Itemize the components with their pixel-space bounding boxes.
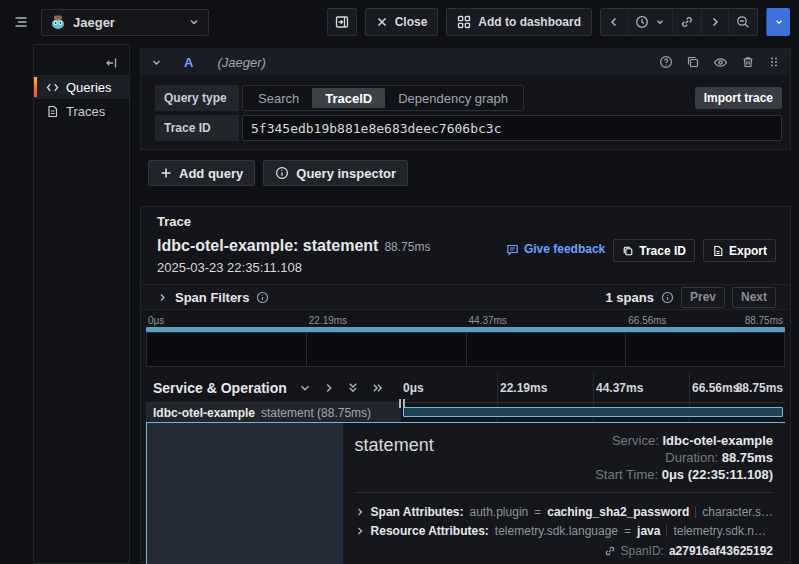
give-feedback-link[interactable]: Give feedback: [506, 239, 605, 259]
resource-attributes-row[interactable]: Resource Attributes: telemetry.sdk.langu…: [355, 524, 773, 538]
chevron-right-icon: [355, 507, 365, 517]
copy-link-button[interactable]: [672, 9, 701, 35]
jaeger-logo-icon: [50, 14, 66, 30]
start-time-label: Start Time:: [595, 467, 658, 482]
minimap-tick: 44.37ms: [469, 315, 507, 326]
info-circle-icon: [661, 291, 674, 304]
column-resize-handle[interactable]: [399, 399, 405, 408]
trace-title-text: ldbc-otel-example: statement: [157, 237, 378, 254]
attr-key: auth.plugin: [470, 505, 529, 519]
toggle-visibility-icon[interactable]: [713, 55, 728, 70]
trace-duration: 88.75ms: [384, 240, 430, 254]
caret-down-icon: [655, 17, 665, 27]
remove-query-icon[interactable]: [741, 55, 755, 69]
timeline-tick: 44.37ms: [596, 381, 643, 395]
sidebar-item-label: Queries: [66, 80, 112, 95]
mega-menu-button[interactable]: [9, 10, 33, 34]
query-type-option-dependency-graph[interactable]: Dependency graph: [385, 88, 521, 108]
caret-down-icon: [774, 17, 784, 27]
query-type-radio-group: Search TraceID Dependency graph: [242, 85, 524, 111]
copy-trace-id-button[interactable]: Trace ID: [613, 239, 695, 262]
timeline-tick-header: 0μs 22.19ms 44.37ms 66.56ms 88.75ms: [401, 373, 785, 402]
add-query-button[interactable]: Add query: [148, 160, 255, 186]
sidebar-item-label: Traces: [66, 104, 105, 119]
collapse-sidebar-button[interactable]: [100, 51, 124, 75]
explore-sidebar: Queries Traces: [33, 44, 130, 564]
span-detail-left-gutter[interactable]: [146, 423, 343, 564]
minimap-viewport[interactable]: [146, 332, 785, 367]
minimap-tick: 88.75ms: [745, 315, 783, 326]
time-range-picker-button[interactable]: [627, 9, 672, 35]
span-attributes-label: Span Attributes:: [371, 505, 464, 519]
chevron-right-icon[interactable]: [157, 292, 168, 303]
export-button[interactable]: Export: [703, 239, 776, 262]
info-circle-icon: [256, 291, 269, 304]
attr-value: caching_sha2_password: [547, 505, 689, 519]
span-name-cell[interactable]: ldbc-otel-example statement (88.75ms): [146, 403, 401, 422]
query-inspector-button[interactable]: Query inspector: [263, 160, 408, 186]
chevron-right-icon: [709, 16, 721, 28]
explore-main: A (Jaeger): [140, 48, 791, 563]
minimap-tick: 0μs: [148, 315, 164, 326]
next-span-button[interactable]: Next: [732, 287, 776, 308]
query-inspector-label: Query inspector: [296, 166, 396, 181]
time-shift-forward-button[interactable]: [701, 9, 728, 35]
close-icon: [376, 16, 388, 28]
zoom-out-button[interactable]: [728, 9, 757, 35]
prev-span-button[interactable]: Prev: [681, 287, 725, 308]
query-row-header[interactable]: A (Jaeger): [141, 49, 790, 75]
split-pane-button[interactable]: [327, 8, 357, 36]
query-type-option-traceid[interactable]: TraceID: [312, 88, 385, 108]
span-duration-bar[interactable]: [403, 407, 783, 417]
expand-one-icon[interactable]: [323, 382, 335, 394]
start-time-value: 0μs (22:35:11.108): [662, 467, 773, 482]
chevron-down-icon[interactable]: [151, 57, 162, 68]
sidebar-item-queries[interactable]: Queries: [34, 75, 129, 99]
grafana-explore-screen: Jaeger Close: [0, 0, 799, 564]
minimap-tick: 22.19ms: [309, 315, 347, 326]
copy-icon: [622, 245, 634, 257]
span-count: 1 spans: [606, 290, 654, 305]
collapse-all-icon[interactable]: [347, 381, 359, 394]
timeline-tick: 0μs: [403, 381, 424, 395]
trace-id-input[interactable]: [242, 115, 782, 141]
add-query-label: Add query: [179, 166, 243, 181]
time-controls-group: [600, 8, 758, 36]
trace-panel: Trace ldbc-otel-example: statement88.75m…: [140, 206, 791, 563]
refresh-interval-dropdown[interactable]: [766, 8, 790, 36]
import-trace-button[interactable]: Import trace: [695, 87, 782, 109]
sidebar-item-traces[interactable]: Traces: [34, 99, 129, 123]
attr-equals: =: [624, 524, 631, 538]
copy-trace-id-label: Trace ID: [639, 244, 686, 258]
resource-attributes-label: Resource Attributes:: [371, 524, 489, 538]
minimap-tick: 66.56ms: [628, 315, 666, 326]
span-timeline-cell: [401, 403, 785, 422]
span-filters-label[interactable]: Span Filters: [175, 290, 249, 305]
comment-icon: [506, 243, 519, 256]
trace-timestamp: 2025-03-23 22:35:11.108: [157, 260, 430, 275]
expand-all-icon[interactable]: [371, 382, 384, 394]
file-export-icon: [712, 245, 724, 257]
add-to-dashboard-button[interactable]: Add to dashboard: [446, 8, 592, 36]
collapse-one-icon[interactable]: [299, 382, 311, 394]
duplicate-query-icon[interactable]: [686, 55, 700, 69]
give-feedback-label: Give feedback: [524, 242, 605, 256]
query-help-icon[interactable]: [659, 55, 673, 69]
link-icon[interactable]: [604, 545, 616, 557]
panel-title: Trace: [141, 207, 790, 229]
span-detail-title: statement: [355, 432, 434, 483]
refresh-split-button: [766, 8, 790, 36]
close-label: Close: [395, 15, 428, 29]
service-label: Service:: [612, 433, 659, 448]
datasource-picker[interactable]: Jaeger: [41, 9, 209, 36]
timeline-tick: 22.19ms: [500, 381, 547, 395]
query-type-option-search[interactable]: Search: [245, 88, 312, 108]
attr-value: java: [637, 524, 660, 538]
close-explore-button[interactable]: Close: [365, 8, 439, 36]
span-attributes-row[interactable]: Span Attributes: auth.plugin = caching_s…: [355, 505, 773, 519]
duration-label: Duration:: [665, 450, 718, 465]
drag-handle-icon[interactable]: [768, 55, 780, 69]
time-shift-back-button[interactable]: [601, 9, 627, 35]
add-to-dashboard-label: Add to dashboard: [478, 15, 581, 29]
query-editor: A (Jaeger): [140, 48, 791, 150]
